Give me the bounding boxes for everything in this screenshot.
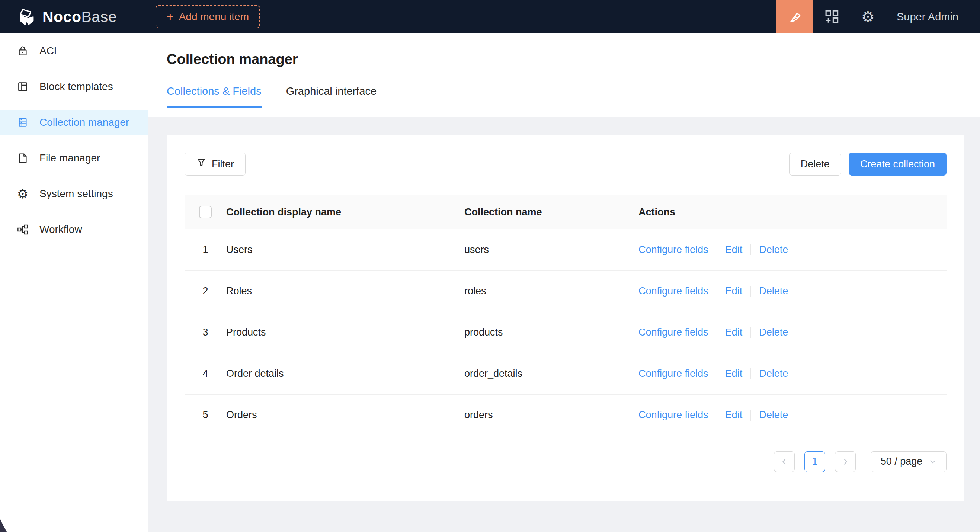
sidebar: ACL Block templates Collection manager <box>0 33 148 532</box>
toolbar: Filter Delete Create collection <box>185 152 947 176</box>
table-row[interactable]: 3 Products products Configure fields Edi… <box>185 312 947 353</box>
pagination: 1 50 / page <box>185 451 947 472</box>
collection-icon <box>16 116 29 129</box>
collections-card: Filter Delete Create collection Collecti… <box>167 135 964 502</box>
table-row[interactable]: 4 Order details order_details Configure … <box>185 353 947 394</box>
filter-icon <box>196 158 207 171</box>
cell-collection-name: products <box>465 312 638 353</box>
tabs: Collections & Fields Graphical interface <box>167 85 961 108</box>
sidebar-item-label: Workflow <box>40 224 82 235</box>
sidebar-item-collection-manager[interactable]: Collection manager <box>0 110 148 135</box>
divider <box>717 327 717 338</box>
appstore-add-icon <box>824 9 839 25</box>
sidebar-item-label: System settings <box>40 188 113 200</box>
table-header-row: Collection display name Collection name … <box>185 195 947 229</box>
cell-collection-name: orders <box>465 394 638 436</box>
next-page-button[interactable] <box>835 451 856 472</box>
edit-link[interactable]: Edit <box>725 368 743 380</box>
sidebar-item-label: Collection manager <box>40 116 129 129</box>
table-row[interactable]: 2 Roles roles Configure fields Edit Dele… <box>185 270 947 312</box>
row-index: 5 <box>185 409 226 421</box>
sidebar-item-file-manager[interactable]: File manager <box>0 146 148 170</box>
edit-link[interactable]: Edit <box>725 327 743 338</box>
sidebar-item-acl[interactable]: ACL <box>0 39 148 63</box>
divider <box>717 244 717 255</box>
user-menu[interactable]: Super Admin <box>886 11 980 23</box>
sidebar-item-label: ACL <box>40 45 59 57</box>
cell-display-name: Products <box>226 312 465 353</box>
sidebar-item-workflow[interactable]: Workflow <box>0 217 148 242</box>
cell-display-name: Orders <box>226 394 465 436</box>
chevron-down-icon <box>929 458 937 465</box>
create-collection-button[interactable]: Create collection <box>849 152 947 176</box>
select-all-checkbox[interactable] <box>199 206 212 218</box>
page-title: Collection manager <box>167 51 961 67</box>
divider <box>717 286 717 297</box>
page-1-button[interactable]: 1 <box>804 451 825 472</box>
divider <box>717 368 717 380</box>
table-row[interactable]: 1 Users users Configure fields Edit Dele… <box>185 229 947 270</box>
file-icon <box>16 152 29 164</box>
row-index: 1 <box>185 244 226 256</box>
edit-link[interactable]: Edit <box>725 285 743 297</box>
cell-display-name: Users <box>226 229 465 270</box>
nocobase-logo-icon <box>17 7 37 26</box>
ui-editor-button[interactable] <box>776 0 813 33</box>
delete-button[interactable]: Delete <box>789 152 841 176</box>
settings-button[interactable]: ⚙ <box>850 0 886 33</box>
filter-button[interactable]: Filter <box>185 152 245 176</box>
configure-fields-link[interactable]: Configure fields <box>638 285 708 297</box>
tab-graphical-interface[interactable]: Graphical interface <box>286 85 377 108</box>
table-row[interactable]: 5 Orders orders Configure fields Edit De… <box>185 394 947 436</box>
highlighter-icon <box>786 8 803 26</box>
divider <box>751 368 751 380</box>
sidebar-item-block-templates[interactable]: Block templates <box>0 75 148 99</box>
divider <box>751 244 751 255</box>
lock-icon <box>16 44 29 57</box>
divider <box>751 286 751 297</box>
configure-fields-link[interactable]: Configure fields <box>638 368 708 380</box>
configure-fields-link[interactable]: Configure fields <box>638 409 708 421</box>
prev-page-button[interactable] <box>774 451 795 472</box>
plus-icon: + <box>167 11 174 23</box>
content-area: Filter Delete Create collection Collecti… <box>148 117 980 532</box>
divider <box>751 410 751 421</box>
tab-collections-fields[interactable]: Collections & Fields <box>167 85 262 108</box>
layout-icon <box>16 80 29 93</box>
cell-collection-name: users <box>465 229 638 270</box>
sidebar-item-label: Block templates <box>40 81 113 93</box>
edit-link[interactable]: Edit <box>725 409 743 421</box>
divider <box>751 327 751 338</box>
delete-link[interactable]: Delete <box>759 327 788 338</box>
row-index: 4 <box>185 368 226 380</box>
configure-fields-link[interactable]: Configure fields <box>638 327 708 338</box>
sidebar-item-system-settings[interactable]: ⚙ System settings <box>0 181 148 206</box>
page-size-select[interactable]: 50 / page <box>870 451 947 472</box>
gear-icon: ⚙ <box>16 187 29 200</box>
row-index: 3 <box>185 327 226 338</box>
divider <box>717 410 717 421</box>
plugins-button[interactable] <box>813 0 850 33</box>
column-header-collection-name: Collection name <box>465 195 638 229</box>
delete-link[interactable]: Delete <box>759 285 788 297</box>
add-menu-item-button[interactable]: + Add menu item <box>156 5 260 28</box>
column-header-actions: Actions <box>638 195 947 229</box>
logo-text: NocoBase <box>42 8 117 26</box>
cell-display-name: Order details <box>226 353 465 394</box>
logo[interactable]: NocoBase <box>0 7 148 26</box>
workflow-icon <box>16 223 29 236</box>
delete-link[interactable]: Delete <box>759 368 788 380</box>
cell-collection-name: order_details <box>465 353 638 394</box>
configure-fields-link[interactable]: Configure fields <box>638 244 708 256</box>
edit-link[interactable]: Edit <box>725 244 743 256</box>
column-header-display-name: Collection display name <box>226 195 465 229</box>
cell-display-name: Roles <box>226 270 465 312</box>
collections-table: Collection display name Collection name … <box>185 195 947 436</box>
delete-link[interactable]: Delete <box>759 244 788 256</box>
row-index: 2 <box>185 285 226 297</box>
gear-icon: ⚙ <box>861 9 875 24</box>
top-header: NocoBase + Add menu item <box>0 0 980 33</box>
delete-link[interactable]: Delete <box>759 409 788 421</box>
add-menu-item-label: Add menu item <box>179 11 249 23</box>
page-header: Collection manager Collections & Fields … <box>148 33 980 117</box>
